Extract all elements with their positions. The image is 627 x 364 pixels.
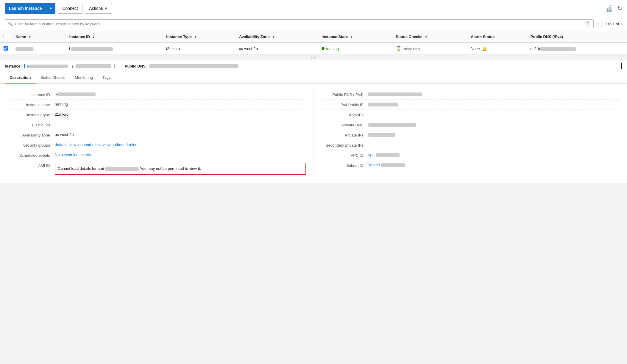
toolbar-right: 🔬 ↻ <box>606 5 622 12</box>
row-az: us-west-2b <box>235 43 318 55</box>
desc-row-subnet-id: Subnet ID subnet- <box>321 160 620 170</box>
value-scheduled-events: No scheduled events <box>55 153 306 157</box>
label-public-dns: Public DNS (IPv4) <box>321 92 368 97</box>
value-instance-id-blurred <box>57 92 96 96</box>
refresh-icon[interactable]: ↻ <box>617 5 622 12</box>
connect-label: Connect <box>62 6 78 11</box>
col-state-sort: ▼ <box>350 35 353 39</box>
col-instance-type-sort: ▼ <box>194 35 197 39</box>
desc-right: Public DNS (IPv4) IPv4 Public IP IPv6 IP… <box>314 90 627 177</box>
desc-row-elastic-ips: Elastic IPs <box>7 120 306 130</box>
detail-panel: Instance: i- ( ) Public DNS: Description… <box>0 60 627 183</box>
toolbar: Launch Instance ▼ Connect Actions ▼ 🔬 ↻ <box>0 0 627 17</box>
col-alarm-status[interactable]: Alarm Status <box>467 31 527 43</box>
desc-row-ipv4-public: IPv4 Public IP <box>321 100 620 110</box>
row-alarm-status: None 🔔 <box>467 43 527 55</box>
col-instance-type[interactable]: Instance Type ▼ <box>163 31 235 43</box>
pagination-first-button[interactable]: ⟨⟨ <box>596 21 600 27</box>
resize-dot-3 <box>315 57 316 58</box>
tab-tags[interactable]: Tags <box>98 72 115 84</box>
tab-description[interactable]: Description <box>5 72 36 84</box>
security-group-inbound-link[interactable]: view inbound rules <box>68 142 101 147</box>
ami-error-box: Cannot load details for ami-. You may no… <box>55 163 306 175</box>
label-private-dns: Private DNS <box>321 122 368 127</box>
label-subnet-id: Subnet ID <box>321 163 368 168</box>
label-ami-id: AMI ID <box>7 163 55 168</box>
security-group-outbound-link[interactable]: view outbound rules <box>103 142 137 147</box>
value-ami-id: Cannot load details for ami-. You may no… <box>55 163 306 175</box>
col-public-dns: Public DNS (IPv4) <box>527 31 627 43</box>
subnet-id-link[interactable]: subnet- <box>368 163 405 167</box>
row-status-checks: ⌛ Initializing <box>392 43 467 55</box>
desc-row-private-ips: Private IPs <box>321 130 620 140</box>
value-instance-type: t2.micro <box>55 112 306 117</box>
value-private-dns-blurred <box>368 123 416 127</box>
label-elastic-ips: Elastic IPs <box>7 122 55 127</box>
actions-button[interactable]: Actions ▼ <box>85 3 112 14</box>
desc-row-ami-id: AMI ID Cannot load details for ami-. You… <box>7 160 306 177</box>
value-az: us-west-2b <box>55 132 306 137</box>
table-row[interactable]: ... i- t2.micro us-west-2b running ⌛ Ini… <box>0 43 627 55</box>
alarm-none-value: None <box>471 46 480 51</box>
desc-row-secondary-ips: Secondary private IPs <box>321 140 620 150</box>
launch-instance-dropdown-arrow[interactable]: ▼ <box>46 3 55 14</box>
instances-table: Name ▼ Instance ID ▲ Instance Type ▼ Ava… <box>0 31 627 55</box>
detail-dns-blurred <box>149 64 238 68</box>
bell-icon: 🔔 <box>482 46 487 51</box>
value-instance-id: i- <box>55 92 306 96</box>
col-state[interactable]: Instance State ▼ <box>318 31 392 43</box>
resize-area[interactable] <box>0 55 627 60</box>
col-name[interactable]: Name ▼ <box>12 31 66 43</box>
search-icon: 🔍 <box>8 22 13 26</box>
col-status-checks[interactable]: Status Checks ▼ <box>392 31 467 43</box>
search-help-icon[interactable]: ? <box>585 21 590 26</box>
col-az-sort: ▼ <box>272 35 275 39</box>
row-name-blurred <box>15 47 33 51</box>
tab-status-checks[interactable]: Status Checks <box>36 72 70 84</box>
value-ipv4-public <box>368 102 620 106</box>
security-group-default-link[interactable]: default <box>55 142 66 147</box>
row-public-dns-blurred <box>540 47 576 51</box>
row-checkbox-cell[interactable] <box>0 43 12 55</box>
hourglass-icon: ⌛ <box>396 46 402 51</box>
actions-arrow: ▼ <box>104 7 107 10</box>
select-all-header[interactable] <box>0 31 12 43</box>
vpc-id-link[interactable]: vpc- <box>368 153 400 157</box>
select-all-checkbox[interactable] <box>4 34 8 38</box>
connect-button[interactable]: Connect <box>58 3 82 14</box>
search-input-wrap: 🔍 ? <box>5 19 594 28</box>
detail-instance-type-paren: ( <box>72 64 73 68</box>
table-header-row: Name ▼ Instance ID ▲ Instance Type ▼ Ava… <box>0 31 627 43</box>
label-private-ips: Private IPs <box>321 132 368 137</box>
lab-icon[interactable]: 🔬 <box>606 5 613 12</box>
scheduled-events-link[interactable]: No scheduled events <box>55 153 91 157</box>
desc-row-ipv6: IPv6 IPs <box>321 110 620 120</box>
detail-instance-id-blurred <box>29 65 68 68</box>
resize-handle[interactable] <box>311 57 316 58</box>
tab-monitoring[interactable]: Monitoring <box>70 72 98 84</box>
label-instance-type: Instance type <box>7 112 55 117</box>
col-instance-id[interactable]: Instance ID ▲ <box>65 31 162 43</box>
detail-dns-label: Public DNS: <box>125 64 147 68</box>
label-instance-id: Instance ID <box>7 92 55 97</box>
subnet-id-blurred <box>381 163 405 167</box>
col-az[interactable]: Availability Zone ▼ <box>235 31 318 43</box>
detail-panel-right-edge <box>621 63 622 69</box>
desc-row-instance-type: Instance type t2.micro <box>7 110 306 120</box>
col-name-sort: ▼ <box>28 35 31 39</box>
label-scheduled-events: Scheduled events <box>7 153 55 158</box>
resize-dot-2 <box>313 57 314 58</box>
value-private-dns <box>368 122 620 127</box>
pagination-prev-button[interactable]: ⟨ <box>601 21 603 27</box>
launch-instance-button[interactable]: Launch Instance ▼ <box>5 3 55 14</box>
pagination: ⟨⟨ ⟨ 1 to 1 of 1 <box>596 21 622 27</box>
desc-row-private-dns: Private DNS <box>321 120 620 130</box>
launch-instance-label: Launch Instance <box>5 3 46 14</box>
label-az: Availability zone <box>7 132 55 137</box>
desc-row-public-dns: Public DNS (IPv4) <box>321 90 620 100</box>
search-input[interactable] <box>15 22 583 26</box>
row-checkbox[interactable] <box>4 46 8 51</box>
row-state: running <box>318 43 392 55</box>
row-name: ... <box>12 43 66 55</box>
resize-dot-1 <box>311 57 312 58</box>
